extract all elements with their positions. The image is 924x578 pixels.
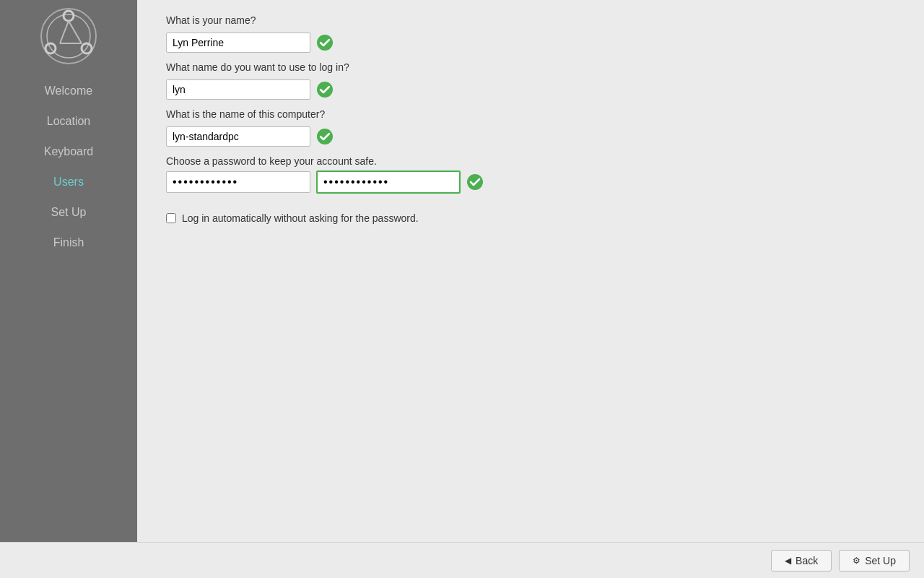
password-section: Choose a password to keep your account s… <box>166 155 895 194</box>
svg-point-0 <box>41 9 96 64</box>
back-arrow-icon: ◀ <box>785 556 791 566</box>
name-check-icon <box>316 34 334 51</box>
sidebar-item-location[interactable]: Location <box>0 106 137 137</box>
name-input[interactable] <box>166 33 310 53</box>
main-content: What is your name? What name do you want… <box>137 0 924 578</box>
name-label: What is your name? <box>166 14 895 26</box>
autologin-checkbox[interactable] <box>166 213 176 223</box>
login-check-icon <box>316 81 334 98</box>
password-label: Choose a password to keep your account s… <box>166 155 895 167</box>
sidebar-item-users[interactable]: Users <box>0 167 137 197</box>
password-row <box>166 171 895 194</box>
sidebar-item-finish[interactable]: Finish <box>0 228 137 258</box>
setup-button[interactable]: ⚙ Set Up <box>839 550 910 571</box>
app-logo <box>40 7 97 65</box>
sidebar-item-welcome[interactable]: Welcome <box>0 76 137 106</box>
sidebar-item-keyboard[interactable]: Keyboard <box>0 137 137 167</box>
name-row <box>166 33 895 53</box>
computer-row <box>166 126 895 147</box>
autologin-label: Log in automatically without asking for … <box>182 212 419 224</box>
computer-check-icon <box>316 128 334 145</box>
name-section: What is your name? <box>166 14 895 53</box>
computer-section: What is the name of this computer? <box>166 108 895 147</box>
login-section: What name do you want to use to log in? <box>166 61 895 100</box>
autologin-row: Log in automatically without asking for … <box>166 212 895 224</box>
svg-point-8 <box>317 35 333 51</box>
sidebar-item-setup[interactable]: Set Up <box>0 197 137 228</box>
sidebar-nav: Welcome Location Keyboard Users Set Up F… <box>0 76 137 258</box>
login-input[interactable] <box>166 79 310 100</box>
computer-input[interactable] <box>166 126 310 147</box>
svg-point-2 <box>64 11 74 21</box>
svg-line-5 <box>60 21 69 43</box>
svg-point-9 <box>317 82 333 98</box>
svg-point-10 <box>317 129 333 144</box>
login-row <box>166 79 895 100</box>
password-check-icon <box>466 173 484 191</box>
login-label: What name do you want to use to log in? <box>166 61 895 73</box>
sidebar: Welcome Location Keyboard Users Set Up F… <box>0 0 137 578</box>
footer-buttons: ◀ Back ⚙ Set Up <box>771 550 910 571</box>
computer-label: What is the name of this computer? <box>166 108 895 120</box>
password-input[interactable] <box>166 171 310 193</box>
back-button[interactable]: ◀ Back <box>771 550 832 571</box>
svg-line-7 <box>69 21 82 43</box>
svg-point-11 <box>467 174 483 190</box>
setup-gear-icon: ⚙ <box>853 556 860 566</box>
footer: ◀ Back ⚙ Set Up <box>0 542 924 578</box>
password-confirm-input[interactable] <box>316 171 461 194</box>
